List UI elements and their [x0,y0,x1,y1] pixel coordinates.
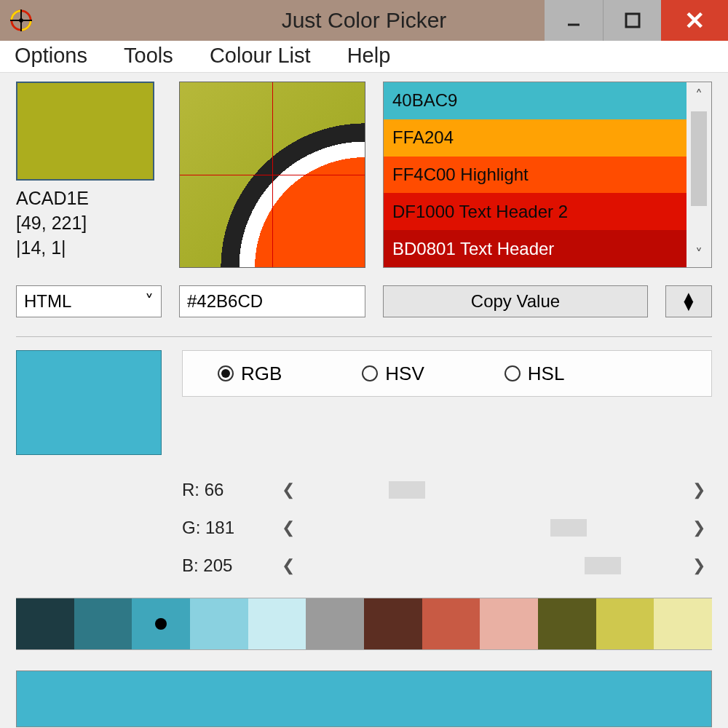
track-g[interactable] [314,519,673,537]
channel-sliders: R: 66 ❮ ❯ G: 181 ❮ ❯ B: 205 ❮ ❯ [182,471,712,585]
menu-options[interactable]: Options [15,44,87,67]
mode-rgb[interactable]: RGB [218,363,282,385]
scroll-up-icon[interactable]: ˄ [687,82,711,108]
track-r[interactable] [314,481,673,499]
titlebar: Just Color Picker ✕ [0,0,728,41]
selected-color-preview [16,350,162,455]
menu-tools[interactable]: Tools [124,44,173,67]
thumb-r[interactable] [389,481,425,499]
increment-g[interactable]: ❯ [686,518,712,537]
color-list-item[interactable]: FFA204 [384,119,687,157]
magnifier-view [179,82,365,268]
color-mode-group: RGB HSV HSL [182,350,712,397]
sampled-color-swatch [16,82,154,181]
color-list-item[interactable]: 40BAC9 [384,82,687,119]
close-button[interactable]: ✕ [661,0,728,41]
sampled-position: [49, 221] [16,211,162,236]
color-list-item[interactable]: BD0801 Text Header [384,230,687,267]
palette-swatch[interactable] [190,598,248,649]
radio-icon [218,365,234,381]
decrement-g[interactable]: ❮ [275,518,301,537]
palette-swatch[interactable] [306,598,364,649]
sampled-relative: |14, 1| [16,236,162,261]
scrollbar[interactable]: ˄ ˅ [687,82,711,267]
slider-r: R: 66 ❮ ❯ [182,471,712,509]
chevron-down-icon: ˅ [145,291,154,312]
palette-swatch[interactable] [74,598,132,649]
close-icon: ✕ [684,6,705,35]
maximize-button[interactable] [603,0,661,41]
list-nav-spinner[interactable]: ▲ ▼ [665,285,712,317]
color-list: 40BAC9FFA204FF4C00 HighlightDF1000 Text … [383,82,712,268]
color-list-item[interactable]: DF1000 Text Header 2 [384,193,687,230]
radio-icon [505,365,521,381]
color-list-item[interactable]: FF4C00 Highlight [384,157,687,194]
radio-icon [362,365,378,381]
palette-swatch[interactable] [16,598,74,649]
menu-help[interactable]: Help [347,44,391,67]
minimize-button[interactable] [545,0,603,41]
triangle-down-icon: ▼ [681,301,697,310]
palette-swatch[interactable] [538,598,596,649]
format-select[interactable]: HTML ˅ [16,285,162,317]
decrement-r[interactable]: ❮ [275,480,301,499]
menu-colourlist[interactable]: Colour List [210,44,311,67]
palette-swatch[interactable] [422,598,480,649]
color-value-input[interactable]: #42B6CD [179,285,365,317]
divider [16,336,712,337]
palette-swatch[interactable] [480,598,538,649]
svg-rect-6 [626,14,639,27]
menubar: Options Tools Colour List Help [0,41,728,73]
thumb-b[interactable] [585,557,621,574]
mode-hsv[interactable]: HSV [362,363,424,385]
palette-swatch[interactable] [132,598,190,649]
mode-hsl[interactable]: HSL [505,363,565,385]
palette-swatch[interactable] [364,598,422,649]
thumb-g[interactable] [550,519,587,537]
harmony-palette [16,598,712,650]
gradient-bar[interactable] [16,670,712,727]
increment-r[interactable]: ❯ [686,480,712,499]
palette-swatch[interactable] [248,598,306,649]
palette-swatch[interactable] [654,598,712,649]
slider-b: B: 205 ❮ ❯ [182,547,712,585]
track-b[interactable] [314,557,673,574]
slider-g: G: 181 ❮ ❯ [182,509,712,547]
decrement-b[interactable]: ❮ [275,556,301,575]
palette-swatch[interactable] [596,598,654,649]
sampled-hex: ACAD1E [16,186,162,211]
copy-value-button[interactable]: Copy Value [383,285,648,317]
scroll-down-icon[interactable]: ˅ [687,241,711,267]
format-selected: HTML [24,291,71,312]
minimize-icon [565,12,582,29]
scroll-thumb[interactable] [691,111,707,206]
app-window: Just Color Picker ✕ Options Tools Colour… [0,0,728,728]
maximize-icon [625,12,641,28]
increment-b[interactable]: ❯ [686,556,712,575]
